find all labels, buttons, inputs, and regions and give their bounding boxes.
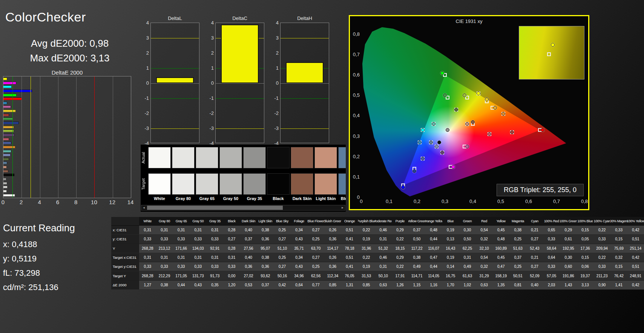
table-cell: 0,31	[173, 253, 190, 262]
table-column-header: 100% Magenta	[610, 217, 627, 225]
swatch-scrollbar-thumb[interactable]	[147, 206, 283, 210]
table-cell: 213,12	[156, 244, 173, 253]
swatch-actual[interactable]	[243, 147, 266, 168]
table-cell: 0,48	[492, 235, 509, 243]
cie-x-tick-label: 0,7	[553, 199, 560, 204]
table-cell: 0,65	[543, 226, 560, 234]
deltae-x-tick-label: 2	[20, 199, 23, 205]
table-cell: 0,35	[207, 281, 224, 289]
table-cell: 2,03	[543, 281, 560, 289]
deltae-gridline	[58, 76, 58, 198]
swatch-scrollbar[interactable]: ◄ ►	[141, 205, 345, 211]
swatch-target[interactable]	[291, 173, 313, 195]
swatch-actual[interactable]	[172, 147, 195, 168]
table-cell: 0,29	[392, 226, 409, 234]
table-cell: 92,91	[207, 244, 224, 253]
swatch-actual[interactable]	[291, 147, 313, 168]
table-column-header: Cyan	[526, 217, 543, 225]
table-cell: 112,34	[324, 271, 341, 280]
table-cell: 0,42	[627, 253, 644, 262]
table-cell: 0,31	[375, 262, 392, 271]
deltae-bar	[3, 138, 9, 141]
table-row: ΔE 20001,270,380,440,430,351,200,530,370…	[111, 281, 644, 290]
reading-y: y: 0,5119	[3, 254, 37, 264]
swatch-actual[interactable]	[219, 147, 242, 168]
cie-x-tick-label: 0,5	[497, 199, 504, 204]
swatch-actual[interactable]	[314, 147, 337, 168]
cie-x-tick-label: 0,8	[581, 199, 588, 204]
table-column-header: 100% Red	[543, 217, 560, 225]
delta-y-tick-label: 1	[205, 65, 214, 71]
delta-zero-line	[281, 83, 329, 84]
table-cell: 0,32	[610, 253, 627, 262]
table-cell: 0,22	[392, 262, 409, 271]
table-cell: 0,36	[240, 262, 257, 271]
table-cell: 32,10	[476, 244, 493, 253]
table-cell: 0,40	[240, 226, 257, 234]
table-cell: 0,54	[476, 226, 493, 234]
rgb-triplet-readout: RGB Triplet: 255, 255, 0	[497, 184, 584, 196]
table-cell: 0,22	[392, 235, 409, 243]
table-cell: 0,45	[492, 226, 509, 234]
table-cell: 0,13	[442, 235, 459, 243]
cie-y-tick-label: 0,2	[351, 154, 360, 159]
table-cell: 251,14	[627, 244, 644, 253]
table-cell: 0,45	[492, 253, 509, 262]
table-column-header: Blue	[442, 217, 459, 225]
swatch-target[interactable]	[338, 173, 346, 195]
table-cell: 0,53	[240, 281, 257, 289]
table-row-label: x: CIE31	[111, 226, 139, 234]
table-cell: 0,36	[324, 235, 341, 243]
cie-x-tick-label: 0,4	[469, 199, 476, 204]
table-row-label: ΔE 2000	[111, 281, 139, 289]
table-cell: 0,33	[593, 235, 610, 243]
table-cell: 0,33	[190, 262, 207, 271]
deltae-gridline	[131, 76, 131, 198]
swatch-target[interactable]	[172, 173, 195, 195]
deltae-bar	[3, 118, 13, 120]
swatch-target[interactable]	[148, 173, 171, 195]
swatch-target[interactable]	[219, 173, 242, 195]
table-cell: 114,05	[425, 271, 442, 280]
deltae-x-tick-label: 4	[38, 199, 41, 205]
table-row: x: CIE310,310,310,310,310,310,280,400,38…	[111, 226, 644, 235]
swatch-actual[interactable]	[148, 147, 171, 168]
scroll-left-icon[interactable]: ◄	[141, 206, 146, 210]
table-column-header: Gray 50	[190, 217, 207, 225]
deltae-x-tick-label: 10	[91, 199, 97, 205]
swatch-actual[interactable]	[267, 147, 290, 168]
table-cell: 0,33	[139, 235, 156, 243]
table-cell: 0,33	[190, 235, 207, 243]
swatch-label: Gray 50	[219, 196, 242, 201]
table-column-header: Magenta	[509, 217, 526, 225]
table-cell: 0,22	[593, 226, 610, 234]
table-cell: 158,19	[492, 271, 509, 280]
swatch-scrollbar-track[interactable]	[146, 205, 340, 210]
delta-y-tick-label: -1	[205, 95, 214, 101]
swatch-target[interactable]	[243, 173, 266, 195]
table-cell: 0,33	[173, 235, 190, 243]
delta-reference-line	[216, 98, 264, 99]
table-cell: 0,42	[627, 281, 644, 289]
delta-bar	[221, 24, 259, 83]
table-cell: 0,27	[274, 235, 291, 243]
table-cell: 0,27	[274, 262, 291, 271]
swatch-target[interactable]	[196, 173, 218, 195]
deltae-bar	[3, 182, 7, 185]
deltae-reference-line	[12, 76, 13, 198]
delta-y-tick-label: 2	[141, 50, 149, 56]
table-cell: 0,33	[223, 262, 240, 271]
swatch-target[interactable]	[267, 173, 290, 195]
swatch-actual[interactable]	[338, 147, 346, 168]
swatch-actual[interactable]	[196, 147, 218, 168]
table-cell: 52,09	[526, 271, 543, 280]
deltae-reference-line	[31, 76, 31, 198]
table-cell: 0,50	[408, 235, 425, 243]
scroll-right-icon[interactable]: ►	[340, 206, 345, 210]
swatch-label: Dark Skin	[291, 196, 313, 201]
deltae-bar	[3, 78, 7, 80]
swatch-target[interactable]	[314, 173, 337, 195]
table-cell: 0,21	[526, 253, 543, 262]
table-cell: 3,13	[577, 281, 594, 289]
table-cell: 211,23	[593, 271, 610, 280]
